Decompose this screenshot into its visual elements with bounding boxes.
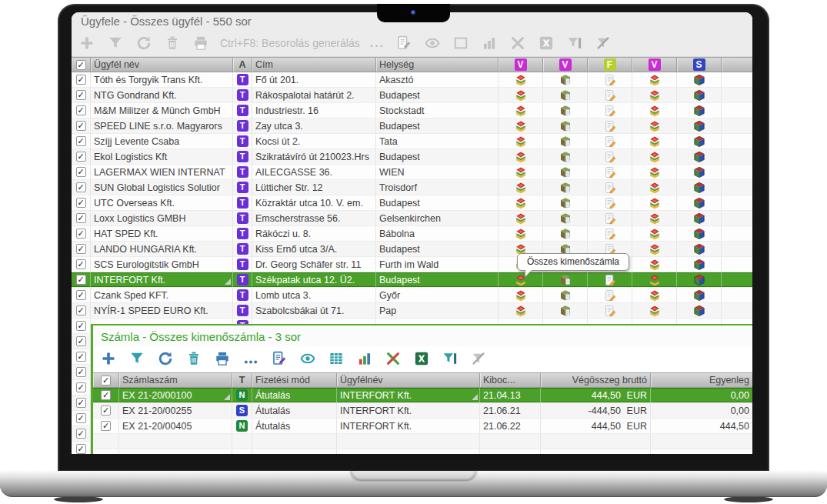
- header-icon-col-v[interactable]: V: [543, 58, 588, 72]
- customer-checkbox-cell[interactable]: ✓: [72, 426, 91, 441]
- customer-checkbox-cell[interactable]: ✓: [72, 380, 91, 395]
- inv-header-balance[interactable]: Egyenleg: [651, 373, 752, 387]
- row-checkbox[interactable]: ✓: [101, 390, 111, 400]
- filter-icon[interactable]: [128, 349, 146, 368]
- customer-checkbox-cell[interactable]: ✓: [72, 242, 91, 256]
- products-cube-icon[interactable]: [693, 151, 705, 163]
- customer-checkbox-cell[interactable]: ✓: [72, 195, 91, 210]
- customer-row[interactable]: ✓NTG Gondrand Kft.TRákospalotai határút …: [72, 88, 752, 103]
- customer-row[interactable]: ✓Szíjj Levente CsabaTKocsi út 2.Tata: [72, 134, 752, 149]
- inv-header-issued[interactable]: Kiboc...: [480, 373, 541, 387]
- plus-icon[interactable]: [78, 34, 96, 52]
- outgoing-invoice-icon[interactable]: [649, 197, 661, 209]
- package-document-icon[interactable]: [559, 89, 572, 102]
- customer-checkbox-cell[interactable]: ✓: [72, 118, 91, 133]
- products-cube-icon[interactable]: [693, 166, 705, 179]
- note-edit-icon[interactable]: [604, 182, 616, 194]
- window-icon[interactable]: [452, 34, 470, 52]
- header-icon-col-s[interactable]: S: [677, 58, 722, 72]
- customer-row[interactable]: ✓NYÍR-1 SPEED EURO Kft.TSzabolcsbákai út…: [72, 303, 752, 319]
- eye-icon[interactable]: [298, 349, 317, 368]
- outgoing-invoice-icon[interactable]: [649, 120, 661, 132]
- customer-checkbox-cell[interactable]: ✓: [72, 226, 91, 241]
- package-document-icon[interactable]: [559, 74, 572, 86]
- invoice-row[interactable]: ✓EX 21-20/00255SÁtutalásINTERFORT Kft.21…: [93, 403, 752, 419]
- row-checkbox[interactable]: ✓: [76, 60, 86, 70]
- outgoing-invoice-icon[interactable]: [515, 135, 527, 148]
- inv-header-method[interactable]: Fizetési mód: [252, 373, 337, 387]
- customer-checkbox-cell[interactable]: ✓: [72, 72, 91, 87]
- products-cube-icon[interactable]: [693, 228, 705, 240]
- products-cube-icon[interactable]: [693, 89, 705, 102]
- note-edit-icon[interactable]: [604, 305, 616, 317]
- excel-icon[interactable]: [537, 34, 555, 52]
- row-checkbox[interactable]: ✓: [76, 336, 86, 346]
- outgoing-invoice-icon[interactable]: [515, 74, 527, 86]
- invoice-checkbox-cell[interactable]: ✓: [93, 419, 119, 433]
- header-type[interactable]: A: [233, 58, 252, 72]
- row-checkbox[interactable]: ✓: [76, 429, 86, 439]
- plus-icon[interactable]: [99, 349, 118, 368]
- filter-bar-icon[interactable]: [565, 34, 584, 52]
- outgoing-invoice-icon[interactable]: [515, 289, 527, 302]
- package-document-icon[interactable]: [559, 120, 572, 132]
- package-document-icon[interactable]: [559, 305, 572, 317]
- customer-row[interactable]: ✓SPEED LINE s.r.o. MagyarorsTZay utca 3.…: [72, 118, 752, 134]
- outgoing-invoice-icon[interactable]: [515, 212, 527, 225]
- package-document-icon[interactable]: [559, 135, 572, 148]
- outgoing-invoice-icon[interactable]: [649, 305, 661, 317]
- customer-row[interactable]: ✓Czank Sped KFT.TLomb utca 3.Győr: [72, 288, 752, 303]
- note-edit-icon[interactable]: [604, 166, 616, 179]
- products-cube-icon[interactable]: [693, 135, 705, 148]
- outgoing-invoice-icon[interactable]: [649, 89, 661, 102]
- print-icon[interactable]: [213, 349, 232, 368]
- package-document-icon[interactable]: [559, 166, 572, 179]
- outgoing-invoice-icon[interactable]: [515, 166, 527, 179]
- customer-checkbox-cell[interactable]: ✓: [72, 396, 91, 410]
- products-cube-icon[interactable]: [693, 105, 705, 117]
- row-checkbox[interactable]: ✓: [76, 275, 86, 285]
- package-document-icon[interactable]: [559, 182, 572, 194]
- customer-row[interactable]: ✓SUN Global Logistics SolutiorTLütticher…: [72, 180, 752, 195]
- header-icon-col-f[interactable]: F: [588, 58, 632, 72]
- outgoing-invoice-icon[interactable]: [515, 305, 527, 317]
- products-cube-icon[interactable]: [693, 120, 705, 132]
- products-cube-icon[interactable]: [693, 197, 705, 209]
- refresh-icon[interactable]: [156, 349, 175, 368]
- outgoing-invoice-icon[interactable]: [515, 228, 527, 240]
- customer-row[interactable]: ✓Tóth és Torgyik Trans Kft.TFő út 201.Ak…: [72, 72, 752, 88]
- inv-header-select-all[interactable]: ✓: [93, 373, 119, 387]
- refresh-icon[interactable]: [135, 34, 153, 52]
- row-checkbox[interactable]: ✓: [76, 305, 86, 315]
- tools-off-icon[interactable]: [384, 349, 402, 368]
- grid-icon[interactable]: [327, 349, 345, 368]
- outgoing-invoice-icon[interactable]: [515, 120, 527, 132]
- note-edit-icon[interactable]: [604, 228, 616, 240]
- more-actions-ellipsis[interactable]: ...: [370, 39, 385, 47]
- package-document-icon[interactable]: [559, 274, 572, 286]
- outgoing-invoice-icon[interactable]: [649, 243, 661, 255]
- report-icon[interactable]: [270, 349, 288, 368]
- customer-checkbox-cell[interactable]: ✓: [72, 411, 91, 426]
- row-checkbox[interactable]: ✓: [76, 167, 86, 177]
- products-cube-icon[interactable]: [693, 274, 705, 286]
- row-checkbox[interactable]: ✓: [76, 352, 86, 362]
- customer-checkbox-cell[interactable]: ✓: [72, 334, 91, 349]
- customer-row[interactable]: ✓UTC Overseas Kft.TKözraktár utca 10. V.…: [72, 195, 752, 211]
- row-checkbox[interactable]: ✓: [76, 182, 86, 192]
- customer-checkbox-cell[interactable]: ✓: [72, 257, 91, 272]
- row-checkbox[interactable]: ✓: [76, 444, 86, 454]
- outgoing-invoice-icon[interactable]: [515, 151, 527, 163]
- invoice-checkbox-cell[interactable]: ✓: [93, 388, 119, 402]
- outgoing-invoice-icon[interactable]: [515, 105, 527, 117]
- package-document-icon[interactable]: [559, 228, 572, 240]
- filter-icon[interactable]: [106, 34, 125, 52]
- customer-checkbox-cell[interactable]: ✓: [72, 88, 91, 102]
- customer-row[interactable]: ✓HAT SPED Kft.TRákóczi u. 8.Bábolna: [72, 226, 752, 242]
- row-checkbox[interactable]: ✓: [76, 413, 86, 423]
- note-edit-icon[interactable]: [604, 89, 616, 102]
- note-edit-icon[interactable]: [604, 105, 616, 117]
- header-address[interactable]: Cím: [252, 58, 376, 72]
- outgoing-invoice-icon[interactable]: [649, 74, 661, 86]
- customer-checkbox-cell[interactable]: ✓: [72, 272, 91, 287]
